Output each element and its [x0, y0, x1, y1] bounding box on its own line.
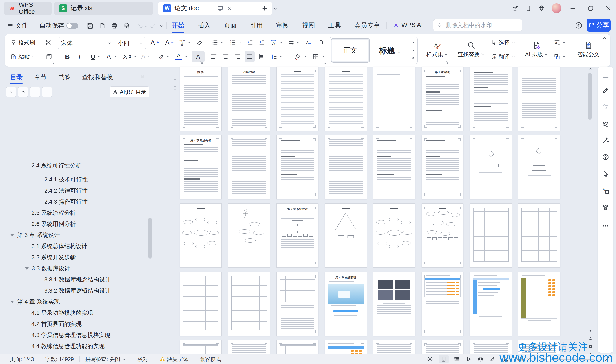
page-thumbnail[interactable] — [180, 204, 222, 268]
page-thumbnail[interactable] — [180, 340, 222, 354]
page-thumbnail[interactable] — [422, 204, 464, 268]
page-thumbnail[interactable] — [422, 272, 464, 336]
menubar-tab-页面[interactable]: 页面 — [223, 20, 237, 31]
page-thumbnail[interactable]: Abstract — [228, 67, 270, 131]
sort-button[interactable]: A — [304, 37, 314, 48]
toc-item[interactable]: 2.4.1 技术可行性 — [44, 175, 88, 184]
page-thumbnail[interactable] — [276, 340, 318, 354]
proofread-button[interactable]: 校对 — [132, 356, 154, 363]
ink-button[interactable] — [487, 356, 499, 362]
expand-all-button[interactable] — [18, 87, 28, 97]
menubar-tab-插入[interactable]: 插入 — [197, 20, 211, 31]
toc-item[interactable]: 2.4.3 操作可行性 — [44, 197, 88, 206]
collapse-ribbon-icon[interactable] — [602, 36, 607, 41]
page-thumbnail[interactable] — [228, 135, 270, 199]
sidebar-tab-bookmarks[interactable]: 书签 — [58, 73, 71, 84]
page-thumbnail[interactable] — [470, 135, 512, 199]
previous-page-icon[interactable] — [588, 336, 593, 341]
page-view-button[interactable] — [439, 355, 449, 363]
page-thumbnail[interactable] — [325, 340, 367, 354]
increase-indent-button[interactable] — [257, 37, 267, 48]
align-justify-button[interactable] — [245, 51, 255, 62]
highlight-button[interactable] — [156, 51, 172, 62]
close-tab-icon[interactable] — [227, 6, 232, 11]
gallery-expand-icon[interactable] — [411, 57, 415, 60]
cut-button[interactable] — [43, 37, 53, 48]
bold-button[interactable]: B — [63, 51, 71, 62]
page-thumbnail[interactable] — [228, 340, 270, 354]
page-thumbnail[interactable] — [518, 67, 560, 131]
toc-item[interactable]: 4.3 学员信息管理信息模块实现 — [31, 331, 110, 339]
menubar-tab-工具[interactable]: 工具 — [328, 20, 342, 31]
close-button[interactable] — [603, 3, 614, 14]
spellcheck-status[interactable]: 拼写检查: 关闭 — [80, 356, 132, 363]
ai-recognize-toc-button[interactable]: AI识别目录 — [110, 86, 149, 97]
print-preview-icon[interactable] — [123, 22, 130, 29]
phonetic-guide-button[interactable]: wén文 — [178, 37, 192, 48]
toc-item[interactable]: 2.4 系统可行性分析 — [31, 163, 82, 170]
page-thumbnail[interactable] — [228, 204, 270, 268]
align-center-button[interactable] — [221, 51, 231, 62]
translate-button[interactable]: 文 翻译 — [489, 51, 517, 62]
paste-button[interactable]: 粘贴 — [9, 51, 37, 62]
tab-wps-ai[interactable]: WPS AI — [393, 21, 423, 28]
page-thumbnail[interactable]: 第 3 章 系统设计 — [276, 204, 318, 268]
history-chevron-icon[interactable] — [159, 24, 164, 28]
page-thumbnail[interactable] — [518, 204, 560, 268]
toc-item[interactable]: 2.4.2 法律可行性 — [44, 186, 88, 195]
increase-font-button[interactable]: A+ — [149, 37, 161, 48]
character-scale-button[interactable]: A — [269, 37, 285, 48]
page-thumbnail[interactable] — [373, 135, 415, 199]
style-normal[interactable]: 正文 — [331, 38, 370, 63]
avatar[interactable] — [552, 3, 561, 13]
more-icon[interactable] — [602, 222, 610, 230]
decrease-font-button[interactable]: A− — [164, 37, 175, 48]
style-heading-1[interactable]: 标题 1 — [371, 37, 409, 64]
scroll-up-icon[interactable] — [589, 67, 593, 71]
theme-shirt-icon[interactable] — [602, 204, 610, 212]
outline-view-button[interactable] — [451, 356, 463, 362]
document-scrollbar-thumb[interactable] — [588, 73, 592, 120]
minimize-button[interactable] — [567, 3, 578, 14]
page-thumbnail[interactable]: 摘 要 — [180, 67, 222, 131]
help-icon[interactable] — [602, 153, 610, 161]
page-thumbnail[interactable] — [470, 272, 512, 336]
restore-button[interactable] — [585, 3, 596, 14]
browse-object-icon[interactable] — [588, 344, 593, 349]
page-thumbnail[interactable] — [373, 340, 415, 354]
tab-list-chevron-icon[interactable] — [273, 6, 278, 11]
gallery-down-icon[interactable] — [411, 49, 415, 52]
eye-protection-button[interactable] — [422, 356, 439, 362]
style-set-button[interactable]: A 样式集 — [425, 36, 449, 63]
underline-button[interactable]: U — [89, 51, 103, 62]
page-thumbnail[interactable] — [422, 135, 464, 199]
autosave-toggle[interactable] — [66, 23, 78, 29]
text-direction-button[interactable] — [286, 37, 302, 48]
bullet-list-button[interactable] — [210, 37, 226, 48]
page-thumbnail[interactable] — [470, 67, 512, 131]
toc-item[interactable]: 3.2 系统开发步骤 — [31, 253, 76, 262]
toc-item[interactable]: 4.2 首页界面的实现 — [31, 320, 82, 328]
page-thumbnail[interactable] — [180, 272, 222, 336]
search-input[interactable] — [445, 22, 518, 29]
sidebar-tab-toc[interactable]: 目录 — [10, 73, 23, 84]
sidebar-scrollbar-thumb[interactable] — [149, 218, 152, 259]
font-name-select[interactable]: 宋体 — [58, 37, 115, 49]
monitor-icon[interactable] — [217, 5, 223, 11]
page-thumbnail[interactable] — [373, 204, 415, 268]
sidebar-tab-chapters[interactable]: 章节 — [34, 73, 47, 84]
page-thumbnail[interactable] — [373, 67, 415, 131]
page-indicator[interactable]: 页面: 1/43 — [0, 356, 40, 363]
page-thumbnail[interactable] — [276, 67, 318, 131]
share-button[interactable]: 分享 — [587, 19, 611, 32]
toc-item[interactable]: 4.1 登录功能模块的实现 — [31, 309, 93, 317]
upload-icon[interactable] — [575, 22, 582, 29]
page-thumbnail[interactable] — [373, 272, 415, 336]
line-spacing-button[interactable] — [269, 51, 285, 62]
strikethrough-button[interactable]: A — [105, 51, 119, 62]
toc-item[interactable]: 第 4 章 系统实现 — [10, 298, 60, 306]
select-button[interactable]: 选择 — [489, 37, 517, 48]
ai-layout-button[interactable]: AI 排版 — [523, 36, 550, 63]
close-sidebar-icon[interactable] — [139, 74, 146, 80]
print-icon[interactable] — [111, 22, 118, 29]
